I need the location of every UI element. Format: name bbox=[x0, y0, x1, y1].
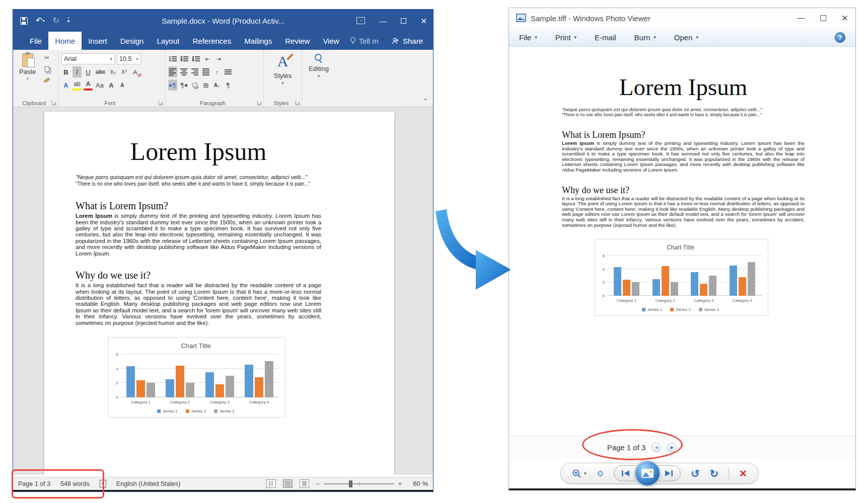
increase-indent-icon[interactable]: ⇥ bbox=[214, 53, 223, 64]
paragraph-dialog-launcher-icon[interactable] bbox=[257, 101, 262, 105]
help-button[interactable]: ? bbox=[835, 32, 845, 43]
styles-dialog-launcher-icon[interactable] bbox=[296, 101, 300, 105]
borders-icon[interactable]: ⊞ bbox=[201, 79, 210, 91]
rotate-clockwise-icon[interactable]: ↻ bbox=[710, 468, 719, 479]
styles-label[interactable]: Styles bbox=[274, 72, 292, 79]
clipboard-icon bbox=[22, 53, 33, 67]
zoom-control: – + bbox=[316, 480, 402, 487]
tab-home[interactable]: Home bbox=[48, 32, 82, 50]
shading-button[interactable] bbox=[190, 79, 199, 91]
zoom-tool-button[interactable]: ▾ bbox=[572, 469, 587, 478]
justify-button[interactable] bbox=[201, 66, 210, 77]
maximize-button[interactable] bbox=[401, 18, 406, 24]
minimize-button[interactable]: — bbox=[797, 14, 805, 23]
document-page[interactable]: Lorem Ipsum "Neque porro quisquam est qu… bbox=[44, 112, 394, 475]
align-left-button[interactable] bbox=[168, 66, 177, 77]
close-button[interactable]: ✕ bbox=[420, 17, 427, 25]
minimize-button[interactable]: — bbox=[379, 17, 387, 25]
left-to-right-button[interactable]: ▶¶ bbox=[168, 79, 177, 91]
print-layout-button[interactable] bbox=[283, 479, 293, 488]
bold-button[interactable]: B bbox=[61, 66, 70, 77]
align-right-button[interactable] bbox=[190, 66, 199, 77]
align-center-button[interactable] bbox=[179, 66, 188, 77]
copy-icon[interactable] bbox=[42, 64, 52, 73]
strikethrough-button[interactable]: abc bbox=[95, 66, 106, 77]
numbering-button[interactable] bbox=[180, 53, 189, 64]
right-to-left-button[interactable]: ¶◀ bbox=[179, 79, 188, 91]
clear-formatting-button[interactable]: A bbox=[130, 66, 139, 77]
web-layout-button[interactable] bbox=[300, 479, 309, 488]
tab-file[interactable]: File bbox=[23, 32, 48, 50]
customize-qat-icon[interactable]: ▾ bbox=[67, 18, 70, 24]
language-indicator[interactable]: English (United States) bbox=[116, 480, 181, 487]
cut-icon[interactable]: ✂ bbox=[42, 53, 52, 62]
ribbon-display-options-icon[interactable]: ↑ bbox=[356, 17, 365, 24]
zoom-in-icon[interactable]: + bbox=[398, 480, 402, 487]
menu-open[interactable]: Open▾ bbox=[674, 33, 698, 42]
line-spacing-icon[interactable]: ↕ bbox=[212, 66, 222, 77]
menu-file[interactable]: File▾ bbox=[519, 33, 537, 42]
rotate-counterclockwise-icon[interactable]: ↺ bbox=[691, 468, 700, 479]
tab-mailings[interactable]: Mailings bbox=[238, 32, 278, 50]
next-image-icon[interactable] bbox=[664, 470, 673, 477]
tab-references[interactable]: References bbox=[186, 32, 238, 50]
search-icon[interactable] bbox=[315, 54, 323, 62]
superscript-button[interactable]: X² bbox=[119, 66, 128, 77]
zoom-percent[interactable]: 60 % bbox=[409, 480, 428, 487]
paragraph-group: ⇤ ⇥ ↕ ▶¶ ¶◀ ⊞ A↓ ¶ bbox=[165, 50, 264, 107]
maximize-button[interactable] bbox=[820, 15, 826, 21]
tab-design[interactable]: Design bbox=[114, 32, 151, 50]
save-icon[interactable] bbox=[20, 17, 28, 25]
styles-icon[interactable]: A bbox=[277, 54, 288, 69]
actual-size-icon[interactable] bbox=[597, 469, 604, 478]
grow-font-button[interactable]: A bbox=[107, 79, 116, 91]
previous-image-icon[interactable] bbox=[621, 470, 630, 477]
screenshot-stage: ↶▾ ↻ ▾ Sample.docx - Word (Product Activ… bbox=[0, 0, 868, 503]
chart-x-axis: Category 1Category 2Category 3Category 4 bbox=[121, 397, 279, 404]
viewer-image-area: Lorem Ipsum "Neque porro quisquam est qu… bbox=[509, 47, 855, 436]
multilevel-list-button[interactable] bbox=[191, 53, 201, 64]
menu-email[interactable]: E-mail bbox=[595, 33, 616, 42]
editing-label[interactable]: Editing bbox=[309, 65, 329, 72]
undo-button[interactable]: ↶▾ bbox=[36, 16, 44, 25]
decrease-indent-icon[interactable]: ⇤ bbox=[203, 53, 212, 64]
show-hide-pilcrow-icon[interactable]: ¶ bbox=[224, 79, 233, 91]
tab-insert[interactable]: Insert bbox=[82, 32, 114, 50]
underline-button[interactable]: U bbox=[84, 66, 93, 77]
font-color-button[interactable]: A bbox=[84, 79, 93, 91]
text-effects-button[interactable]: A bbox=[61, 79, 70, 91]
font-size-combo[interactable]: 10.5 ▾ bbox=[117, 53, 141, 64]
tab-layout[interactable]: Layout bbox=[150, 32, 186, 50]
read-mode-button[interactable] bbox=[266, 479, 276, 488]
play-slideshow-button[interactable] bbox=[634, 460, 661, 486]
font-name-combo[interactable]: Arial ▾ bbox=[61, 53, 115, 64]
sort-button[interactable]: A↓ bbox=[212, 79, 222, 91]
clipboard-dialog-launcher-icon[interactable] bbox=[52, 101, 56, 105]
format-painter-icon[interactable] bbox=[42, 75, 52, 85]
quick-access-toolbar: ↶▾ ↻ ▾ bbox=[20, 10, 69, 32]
tab-review[interactable]: Review bbox=[278, 32, 316, 50]
subscript-button[interactable]: X₂ bbox=[108, 66, 117, 77]
close-button[interactable]: ✕ bbox=[841, 13, 848, 24]
redo-icon[interactable]: ↻ bbox=[52, 17, 59, 25]
tab-view[interactable]: View bbox=[316, 32, 345, 50]
bullets-button[interactable] bbox=[168, 53, 178, 64]
italic-button[interactable]: I bbox=[73, 66, 82, 77]
font-dialog-launcher-icon[interactable] bbox=[159, 101, 163, 105]
highlight-color-button[interactable]: ab bbox=[73, 79, 82, 91]
share-button[interactable]: Share bbox=[387, 32, 433, 50]
collapse-ribbon-icon[interactable]: ⌃ bbox=[423, 98, 428, 105]
zoom-slider[interactable] bbox=[324, 483, 394, 484]
line-spacing-lines-icon[interactable] bbox=[224, 66, 233, 77]
delete-button[interactable]: ✕ bbox=[739, 469, 747, 478]
zoom-slider-thumb[interactable] bbox=[349, 480, 352, 487]
change-case-button[interactable]: Aa bbox=[95, 79, 105, 91]
tell-me-box[interactable]: Tell m bbox=[346, 32, 383, 50]
menu-print[interactable]: Print▾ bbox=[555, 33, 576, 42]
zoom-out-icon[interactable]: – bbox=[316, 480, 320, 487]
menu-burn[interactable]: Burn▾ bbox=[634, 33, 656, 42]
chevron-down-icon: ▾ bbox=[696, 35, 699, 40]
paste-button[interactable]: Paste ▾ bbox=[16, 52, 39, 85]
chart-plot-area bbox=[607, 256, 762, 296]
shrink-font-button[interactable]: A bbox=[118, 79, 127, 91]
